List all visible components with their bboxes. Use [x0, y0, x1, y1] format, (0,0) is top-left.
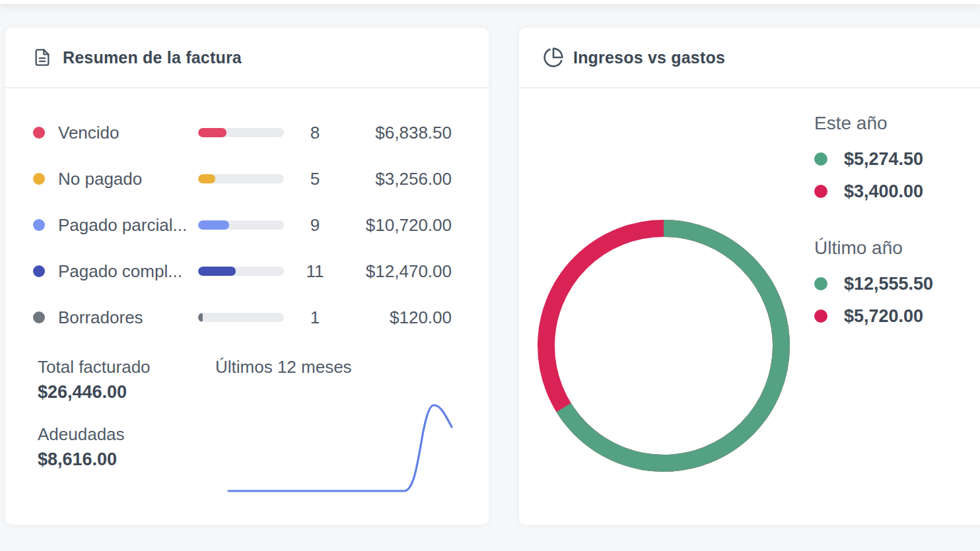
status-bar — [198, 267, 284, 276]
bar-fill — [198, 267, 236, 276]
income-dot — [814, 277, 827, 290]
status-count: 8 — [284, 123, 346, 143]
status-dot — [33, 127, 45, 139]
due-value: $8,616.00 — [38, 449, 117, 470]
bar-fill — [198, 313, 203, 322]
pie-chart-icon — [543, 47, 564, 68]
due-label: Adeudadas — [38, 424, 125, 445]
sparkline-path — [228, 405, 452, 491]
status-amount: $6,838.50 — [346, 123, 452, 143]
income-value: $5,274.50 — [844, 149, 923, 170]
status-count: 5 — [284, 169, 346, 189]
status-bar — [198, 313, 284, 322]
status-bar — [198, 128, 284, 137]
sparkline-chart — [227, 395, 453, 495]
bar-fill — [198, 128, 227, 137]
invoice-status-row-borradores[interactable]: Borradores 1 $120.00 — [5, 294, 489, 340]
expense-dot — [814, 185, 827, 198]
legend-this-year-label: Este año — [814, 113, 933, 134]
page-title: Resumen de la factura — [63, 48, 242, 67]
card-title: Ingresos vs gastos — [573, 48, 725, 67]
status-label: No pagado — [58, 169, 198, 189]
legend-item-income-this-year: $5,274.50 — [814, 148, 933, 170]
income-dot — [814, 152, 827, 166]
total-billed-value: $26,446.00 — [38, 382, 127, 403]
status-bar — [198, 174, 284, 183]
status-dot — [33, 173, 45, 185]
status-count: 1 — [284, 308, 346, 328]
sparkline-label: Últimos 12 meses — [215, 357, 352, 377]
status-label: Borradores — [58, 308, 198, 328]
status-amount: $3,256.00 — [346, 169, 452, 189]
expense-value: $3,400.00 — [844, 181, 923, 202]
top-panel-edge — [0, 0, 980, 4]
status-label: Vencido — [58, 123, 198, 143]
bar-fill — [198, 220, 229, 230]
status-amount: $120.00 — [346, 308, 452, 328]
invoice-status-list: Vencido 8 $6,838.50 No pagado 5 $3,256.0… — [5, 88, 489, 340]
status-dot — [33, 219, 45, 231]
status-amount: $12,470.00 — [346, 261, 452, 282]
status-count: 11 — [284, 261, 346, 282]
invoice-status-row-no-pagado[interactable]: No pagado 5 $3,256.00 — [5, 156, 489, 202]
legend-item-expense-this-year: $3,400.00 — [814, 181, 933, 202]
legend-last-year-label: Último año — [814, 238, 933, 259]
legend-item-income-last-year: $12,555.50 — [814, 273, 933, 294]
status-label: Pagado parcial... — [58, 215, 198, 236]
bar-fill — [198, 174, 215, 183]
invoice-status-row-pagado-completo[interactable]: Pagado compl... 11 $12,470.00 — [5, 248, 489, 294]
invoice-summary-header: Resumen de la factura — [5, 28, 489, 88]
donut-chart — [538, 220, 790, 472]
status-label: Pagado compl... — [58, 261, 198, 282]
invoice-status-row-vencido[interactable]: Vencido 8 $6,838.50 — [5, 110, 489, 156]
legend-item-expense-last-year: $5,720.00 — [814, 306, 933, 327]
status-amount: $10,720.00 — [346, 215, 452, 236]
status-dot — [33, 311, 45, 323]
invoice-summary-card: Resumen de la factura Vencido 8 $6,838.5… — [5, 28, 489, 525]
status-dot — [33, 265, 45, 277]
status-bar — [198, 220, 284, 230]
expense-dot — [814, 309, 827, 323]
status-count: 9 — [284, 215, 346, 236]
income-vs-expenses-card: Ingresos vs gastos Este año $5,274.50 $3… — [519, 28, 980, 525]
income-value: $12,555.50 — [844, 274, 933, 294]
income-expense-legend: Este año $5,274.50 $3,400.00 Último año … — [814, 113, 933, 327]
file-text-icon — [33, 48, 52, 67]
income-vs-expenses-header: Ingresos vs gastos — [519, 28, 980, 88]
expense-value: $5,720.00 — [844, 306, 923, 327]
invoice-status-row-pagado-parcial[interactable]: Pagado parcial... 9 $10,720.00 — [5, 202, 489, 248]
total-billed-label: Total facturado — [38, 357, 151, 377]
